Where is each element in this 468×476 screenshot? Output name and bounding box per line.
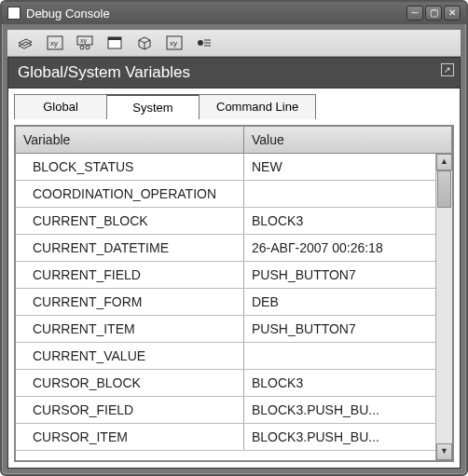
table-row[interactable]: CURSOR_FIELDBLOCK3.PUSH_BU... [16,397,452,424]
cell-variable: COORDINATION_OPERATION [16,181,244,207]
maximize-button[interactable]: ▢ [425,6,442,20]
svg-text:xy: xy [170,39,177,48]
titlebar[interactable]: Debug Console ─ ▢ ✕ [2,2,466,24]
cell-value: 26-АВГ-2007 00:26:18 [244,235,452,261]
cell-value [244,343,452,369]
cell-variable: CURRENT_FORM [16,289,244,315]
grid-body: BLOCK_STATUSNEWCOORDINATION_OPERATIONCUR… [16,154,452,460]
tab-system[interactable]: System [106,94,200,119]
table-container: Variable Value BLOCK_STATUSNEWCOORDINATI… [7,119,461,469]
tab-global[interactable]: Global [14,94,107,119]
table-row[interactable]: CURRENT_ITEMPUSH_BUTTON7 [16,316,452,343]
cell-value: NEW [244,154,452,180]
scroll-thumb[interactable] [437,170,451,208]
svg-point-10 [198,40,203,46]
cell-variable: CURSOR_BLOCK [16,370,244,396]
scroll-track[interactable] [436,170,452,443]
stack-icon[interactable] [15,34,35,52]
breakpoint-icon[interactable] [194,34,214,52]
tab-label: System [132,101,172,115]
svg-text:xy: xy [80,37,88,45]
col-header-value[interactable]: Value [244,127,452,153]
toolbar: xy xy xy [7,30,461,57]
svg-rect-7 [108,37,121,40]
minimize-button[interactable]: ─ [406,6,423,20]
table-row[interactable]: CURRENT_BLOCKBLOCK3 [16,208,452,235]
xy-glasses-icon[interactable]: xy [75,34,95,52]
cell-variable: CURRENT_FIELD [16,262,244,288]
grid-header: Variable Value [16,127,452,154]
cell-value: BLOCK3 [244,208,452,234]
tab-command-line[interactable]: Command Line [199,94,316,119]
app-icon [7,7,21,20]
cell-variable: CURRENT_BLOCK [16,208,244,234]
xy-box-icon[interactable]: xy [164,34,185,52]
svg-text:xy: xy [50,39,58,48]
panel-title: Global/System Variables [18,63,190,82]
cell-value: BLOCK3 [244,370,452,396]
close-button[interactable]: ✕ [444,6,461,20]
cell-variable: CURSOR_ITEM [16,424,244,450]
table-row[interactable]: CURRENT_VALUE [16,343,452,370]
table-row[interactable]: CURRENT_DATETIME26-АВГ-2007 00:26:18 [16,235,452,262]
cell-value: PUSH_BUTTON7 [244,262,452,288]
cell-value [244,181,452,207]
cell-value: DEB [244,289,452,315]
cell-variable: CURRENT_DATETIME [16,235,244,261]
window-title: Debug Console [26,7,406,20]
table-row[interactable]: CURSOR_BLOCKBLOCK3 [16,370,452,397]
debug-console-window: Debug Console ─ ▢ ✕ xy xy xy Global/Sy [0,0,468,476]
table-row[interactable]: COORDINATION_OPERATION [16,181,452,208]
variables-grid: Variable Value BLOCK_STATUSNEWCOORDINATI… [14,125,454,462]
cell-value: BLOCK3.PUSH_BU... [244,424,452,450]
col-header-variable[interactable]: Variable [16,127,244,153]
cell-variable: CURSOR_FIELD [16,397,244,423]
svg-point-4 [80,46,84,49]
package-icon[interactable] [134,34,155,52]
scroll-up-button[interactable]: ▲ [436,154,452,170]
table-row[interactable]: CURSOR_ITEMBLOCK3.PUSH_BU... [16,424,452,451]
table-row[interactable]: CURRENT_FORMDEB [16,289,452,316]
cell-value: BLOCK3.PUSH_BU... [244,397,452,423]
panel-header: Global/System Variables ↗ [7,57,461,88]
vertical-scrollbar[interactable]: ▲ ▼ [435,154,452,460]
panel-maximize-icon[interactable]: ↗ [441,63,454,76]
table-row[interactable]: BLOCK_STATUSNEW [16,154,452,181]
cell-value: PUSH_BUTTON7 [244,316,452,342]
tab-bar: Global System Command Line [7,88,461,119]
scroll-down-button[interactable]: ▼ [436,443,452,460]
window-icon[interactable] [104,34,125,52]
tab-label: Command Line [216,100,298,114]
xy-icon[interactable]: xy [45,34,65,52]
tab-label: Global [43,100,78,114]
cell-variable: BLOCK_STATUS [16,154,244,180]
cell-variable: CURRENT_ITEM [16,316,244,342]
cell-variable: CURRENT_VALUE [16,343,244,369]
svg-point-5 [86,46,89,49]
table-row[interactable]: CURRENT_FIELDPUSH_BUTTON7 [16,262,452,289]
